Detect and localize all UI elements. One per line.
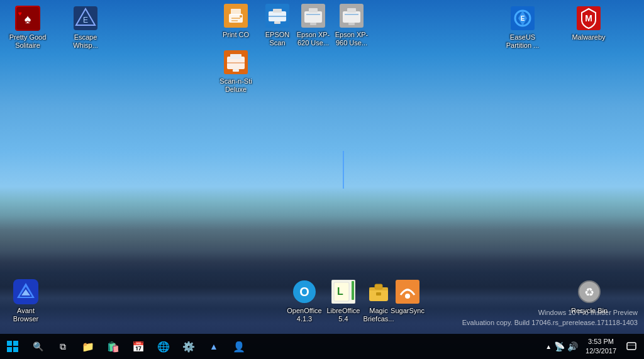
svg-rect-36 [233,69,239,72]
printco-icon [223,3,248,28]
icon-epson-xp960[interactable]: Epson XP-960 Use... [329,1,374,50]
start-button[interactable] [0,334,25,359]
solitaire-label: Pretty Good Solitaire [8,33,48,50]
epson-xp960-label: Epson XP-960 Use... [331,31,372,47]
printco-label: Print CO [223,31,249,39]
recycle-icon: ♻ [577,279,602,304]
epson-xp620-icon [301,3,326,28]
easeus-icon: E [510,6,535,31]
svg-text:O: O [299,285,309,299]
svg-rect-25 [348,23,355,25]
svg-rect-51 [396,280,419,304]
openoffice-icon: O [292,279,317,304]
svg-rect-8 [231,9,241,15]
scanstitch-icon [223,50,248,75]
icon-escape-whisper[interactable]: E Escape Whisp... [63,3,108,52]
libreoffice-icon: L [331,279,356,304]
svg-text:♥: ♥ [18,10,22,17]
task-view-button[interactable]: ⧉ [50,334,75,359]
taskbar: 🔍 ⧉ 📁 🛍️ 📅 🌐 ⚙️ ▲ 👤 ▲ 📡 🔊 3:53 PM 12/3/2… [0,334,644,359]
build-line1: Windows 10 Pro Insider Preview [462,308,638,318]
avant-label: Avant Browser [6,307,46,323]
svg-rect-56 [7,341,12,346]
calendar-button[interactable]: 📅 [126,334,151,359]
volume-icon[interactable]: 🔊 [567,341,578,351]
svg-rect-14 [273,9,282,13]
network-icon: 📡 [554,341,565,351]
system-tray: ▲ 📡 🔊 [543,341,580,351]
taskbar-right: ▲ 📡 🔊 3:53 PM 12/3/2017 [543,334,644,359]
epson-scan-icon [265,3,290,28]
svg-rect-20 [310,23,316,25]
epson-xp960-icon [339,3,364,28]
solitaire-icon: ♠ ♥ [15,6,40,31]
svg-rect-10 [231,20,238,21]
svg-rect-21 [306,14,320,15]
svg-rect-18 [304,11,322,23]
clock-date: 12/3/2017 [586,346,616,356]
file-explorer-button[interactable]: 📁 [75,334,101,359]
svg-rect-34 [230,54,242,59]
icon-sugarsync[interactable]: SugarSync [385,277,430,318]
svg-text:E: E [521,15,525,22]
cursor-artifact [343,151,344,189]
svg-rect-19 [309,8,318,13]
avant-icon [13,279,38,304]
escape-label: Escape Whisp... [65,33,106,50]
svg-rect-58 [7,347,12,352]
clock-time: 3:53 PM [588,337,614,346]
build-line2: Evaluation copy. Build 17046.rs_prerelea… [462,318,638,328]
svg-text:♠: ♠ [25,12,31,26]
malware-icon: M [576,6,601,31]
escape-icon: E [73,6,98,31]
malware-label: Malwareby [572,33,605,41]
svg-rect-50 [376,292,381,295]
icon-print-co[interactable]: Print CO [213,1,258,41]
icon-scan-n-stitch[interactable]: Scan-n-Sti Deluxe [213,47,258,96]
icon-avant-browser[interactable]: Avant Browser [3,277,48,326]
svg-rect-9 [231,18,240,19]
notification-button[interactable] [621,334,641,359]
sugarsync-icon [395,279,420,304]
svg-point-11 [240,15,242,18]
svg-text:E: E [83,16,88,25]
svg-rect-16 [274,21,280,24]
svg-rect-46 [352,281,354,300]
edge-button[interactable]: 🌐 [151,334,176,359]
svg-rect-26 [345,14,358,15]
icon-pretty-good-solitaire[interactable]: ♠ ♥ Pretty Good Solitaire [5,3,50,52]
icon-easeus[interactable]: E EaseUS Partition ... [500,3,545,52]
svg-rect-60 [627,343,636,350]
person-button[interactable]: 👤 [226,334,252,359]
icon-malwarebytes[interactable]: M Malwareby [566,3,611,44]
svg-text:M: M [585,13,592,23]
desktop: ♠ ♥ Pretty Good Solitaire E Escape Whisp… [0,0,644,359]
build-info: Windows 10 Pro Insider Preview Evaluatio… [462,308,638,328]
settings-button[interactable]: ⚙️ [176,334,201,359]
svg-rect-57 [13,341,18,346]
scanstitch-label: Scan-n-Sti Deluxe [216,77,256,94]
svg-rect-24 [347,8,356,13]
store-button[interactable]: 🛍️ [101,334,126,359]
openoffice-label: OpenOffice 4.1.3 [284,307,325,323]
svg-rect-23 [343,11,360,23]
extra-button-1[interactable]: ▲ [201,334,226,359]
svg-rect-59 [13,347,18,352]
svg-point-52 [405,294,410,299]
tray-arrow[interactable]: ▲ [545,343,552,350]
epson-xp620-label: Epson XP-620 Use... [293,31,333,47]
svg-text:♻: ♻ [584,286,594,299]
search-button[interactable]: 🔍 [25,334,50,359]
sugarsync-label: SugarSync [391,307,425,315]
svg-text:L: L [337,286,343,297]
easeus-label: EaseUS Partition ... [502,33,543,50]
clock[interactable]: 3:53 PM 12/3/2017 [580,337,621,356]
